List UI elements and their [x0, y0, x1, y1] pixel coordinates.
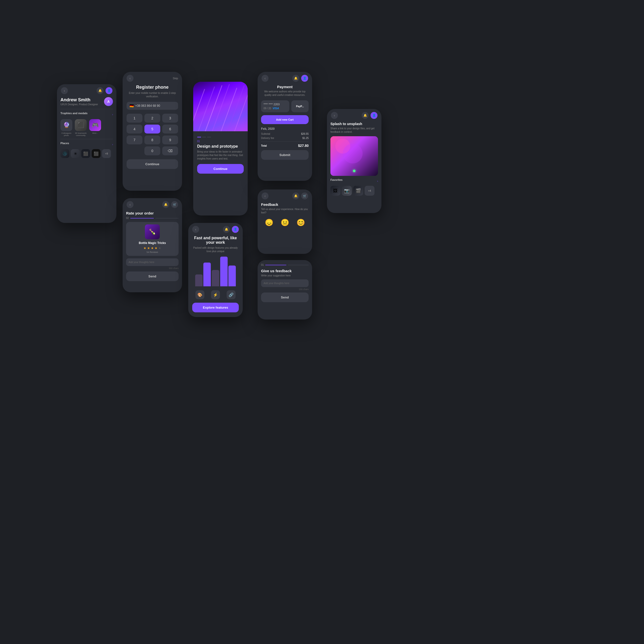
payment-card: ‹ 🔔 👤 Payment We welcome authors who pro… — [258, 72, 312, 181]
rate-bell-icon[interactable]: 🔔 — [162, 201, 169, 208]
payment-subtitle: We welcome authors who provide top quali… — [261, 90, 309, 97]
fav-item-3[interactable]: 🎬 — [353, 186, 363, 196]
bar-3 — [212, 270, 219, 286]
user-icon[interactable]: 👤 — [106, 87, 112, 94]
star-4[interactable]: ★ — [155, 246, 158, 250]
continue-button[interactable]: Continue — [127, 159, 178, 169]
feedback-bell-icon[interactable]: 🔔 — [292, 192, 299, 199]
place-item-4[interactable]: ⬛ — [92, 149, 101, 158]
give-feedback-char-count: 200 chars — [261, 288, 309, 291]
credit-card-chip[interactable]: **** **** 2203 09 / 20 VISA — [261, 100, 289, 112]
places-more[interactable]: +9 — [102, 149, 111, 158]
add-cart-button[interactable]: Add new Cart — [261, 115, 309, 124]
delivery-value: $1.25 — [302, 137, 309, 139]
visa-logo: VISA — [273, 107, 279, 110]
give-feedback-input[interactable]: Add your thoughts here — [261, 279, 309, 287]
trophy-colleagues[interactable]: 🔮 Colleaguesphoto — [60, 119, 72, 136]
fast-bell-icon[interactable]: 🔔 — [223, 226, 230, 233]
trophy-label-world: Worl... — [92, 132, 98, 134]
key-7[interactable]: 7 — [127, 135, 142, 144]
feedback-back-button[interactable]: ‹ — [262, 192, 268, 199]
feedback-cart-icon[interactable]: 🛒 — [301, 192, 308, 199]
register-subtitle: Enter your mobile number to enable 2-ste… — [127, 91, 178, 98]
fav-item-2[interactable]: 📷 — [342, 186, 352, 196]
reviews-count: 54 Reviews — [129, 251, 176, 253]
subtotal-value: $26.55 — [301, 133, 309, 135]
place-item-2[interactable]: ✳ — [71, 149, 80, 158]
dot-3 — [207, 137, 211, 137]
splash-back-button[interactable]: ‹ — [331, 112, 338, 119]
feature-icon-2[interactable]: ⚡ — [211, 290, 220, 299]
numpad: 1 2 3 4 5 6 7 8 9 0 ⌫ — [127, 114, 178, 155]
emoji-row: 😞 😐 😊 — [261, 218, 309, 227]
feature-icon-1[interactable]: 🎨 — [195, 290, 204, 299]
fav-item-1[interactable]: 🖼 — [330, 186, 340, 196]
fast-back-button[interactable]: ‹ — [192, 226, 199, 233]
key-0[interactable]: 0 — [144, 146, 160, 155]
profile-card: ‹ 🔔 👤 Andrew Smith UI/UX Designer, Produ… — [57, 84, 116, 223]
trophies-section-title: Trophies and medals — [60, 112, 87, 115]
key-1[interactable]: 1 — [127, 114, 142, 123]
key-5[interactable]: 5 — [144, 125, 160, 134]
favorites-section-title: Favorites — [330, 178, 343, 181]
skip-button[interactable]: Skip — [173, 77, 178, 80]
bar-4 — [220, 257, 228, 286]
payment-user-icon[interactable]: 👤 — [301, 75, 308, 82]
star-1[interactable]: ★ — [143, 246, 146, 250]
place-item-1[interactable]: 🌑 — [60, 149, 69, 158]
key-8[interactable]: 8 — [144, 135, 160, 144]
key-empty — [127, 146, 142, 155]
splash-user-icon[interactable]: 👤 — [371, 112, 377, 119]
splash-bell-icon[interactable]: 🔔 — [362, 112, 369, 119]
trophies-see-all[interactable]: › — [112, 113, 113, 116]
places-section-title: Places — [60, 142, 69, 145]
trophy-teamwork[interactable]: ⬛ 3D teamworkcommunity — [75, 119, 87, 136]
design-continue-button[interactable]: Continue — [197, 164, 244, 174]
favorites-more[interactable]: +4 — [365, 186, 375, 196]
give-feedback-step: 01 — [261, 264, 264, 266]
bell-icon[interactable]: 🔔 — [97, 87, 104, 94]
rate-back-button[interactable]: ‹ — [127, 201, 134, 208]
explore-button[interactable]: Explore features — [192, 303, 239, 312]
register-title: Register phone — [127, 85, 178, 90]
feedback-card: ‹ 🔔 🛒 Feedback Tell us about your experi… — [258, 189, 312, 254]
favorites-see-all[interactable]: › — [377, 180, 378, 183]
dot-1 — [197, 137, 201, 137]
phone-number-display: +38 063 864 68 90 — [135, 104, 160, 107]
review-text-input[interactable]: Add your thoughts here — [126, 258, 179, 266]
star-3[interactable]: ★ — [151, 246, 154, 250]
register-back-button[interactable]: ‹ — [127, 75, 134, 82]
feature-icon-3[interactable]: 🔗 — [227, 290, 236, 299]
star-5[interactable]: ★ — [158, 246, 161, 250]
emoji-neutral[interactable]: 😐 — [281, 218, 289, 227]
key-6[interactable]: 6 — [162, 125, 178, 134]
key-2[interactable]: 2 — [144, 114, 160, 123]
fast-user-icon[interactable]: 👤 — [232, 226, 239, 233]
payment-bell-icon[interactable]: 🔔 — [292, 75, 299, 82]
payment-back-button[interactable]: ‹ — [262, 75, 268, 82]
rate-send-button[interactable]: Send — [126, 271, 179, 281]
submit-button[interactable]: Submit — [261, 150, 309, 160]
places-see-all[interactable]: › — [112, 143, 113, 146]
splash-subtitle: Share a link to your design files, and g… — [330, 127, 378, 134]
give-feedback-title: Give us feedback — [261, 269, 309, 273]
key-3[interactable]: 3 — [162, 114, 178, 123]
trophy-world[interactable]: 🎮 Worl... — [89, 119, 101, 136]
rate-cart-icon[interactable]: 🛒 — [171, 201, 178, 208]
star-2[interactable]: ★ — [147, 246, 150, 250]
emoji-happy[interactable]: 😊 — [296, 218, 305, 227]
rate-order-title: Rate your order — [126, 211, 179, 215]
paypal-chip[interactable]: PayP... — [291, 100, 309, 112]
key-4[interactable]: 4 — [127, 125, 142, 134]
rate-order-card: ‹ 🔔 🛒 Rate your order 02 🍾 Bottle Magic … — [123, 198, 182, 292]
give-feedback-send-button[interactable]: Send — [261, 293, 309, 302]
place-item-3[interactable]: ⬛ — [81, 149, 90, 158]
stars-row: ★ ★ ★ ★ ★ — [129, 246, 176, 250]
key-9[interactable]: 9 — [162, 135, 178, 144]
emoji-sad[interactable]: 😞 — [265, 218, 273, 227]
fast-subtitle: Packed with design features you already … — [192, 246, 239, 253]
back-button[interactable]: ‹ — [61, 87, 68, 94]
phone-input-row[interactable]: 🇩🇪 +38 063 864 68 90 — [127, 102, 178, 110]
rate-step-number: 02 — [126, 217, 129, 219]
key-backspace[interactable]: ⌫ — [162, 146, 178, 155]
